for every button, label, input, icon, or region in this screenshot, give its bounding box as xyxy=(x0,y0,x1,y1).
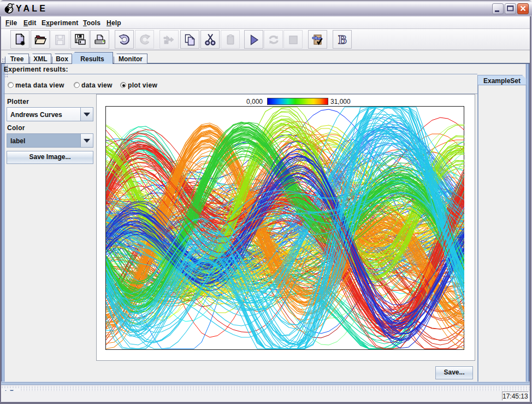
svg-text:B: B xyxy=(338,33,346,46)
